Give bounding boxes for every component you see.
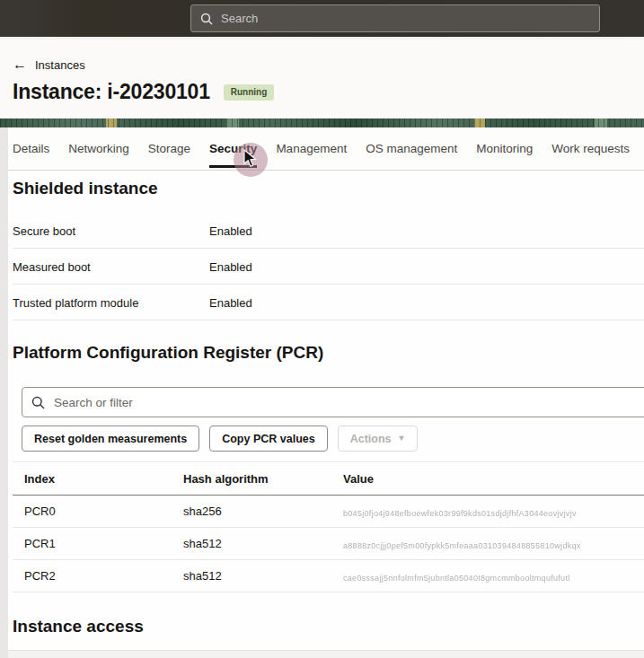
tab-networking[interactable]: Networking <box>68 127 129 170</box>
shielded-instance-heading: Shielded instance <box>13 179 158 198</box>
reset-golden-measurements-button[interactable]: Reset golden measurements <box>22 426 199 452</box>
pcr-filter-input[interactable] <box>54 396 643 409</box>
actions-label: Actions <box>350 433 392 445</box>
pcr0-index: PCR0 <box>13 504 183 518</box>
divider <box>13 284 644 285</box>
col-header-index: Index <box>13 472 183 486</box>
tab-details[interactable]: Details <box>13 127 49 170</box>
tab-os-management[interactable]: OS management <box>366 127 457 170</box>
pcr-table: Index Hash algorithm Value PCR0 sha256 b… <box>13 461 644 592</box>
page-title: Instance: i-20230101 <box>13 80 210 104</box>
decorative-banner <box>0 118 644 127</box>
tab-storage[interactable]: Storage <box>148 127 190 170</box>
search-icon <box>31 396 45 409</box>
title-row: Instance: i-20230101 Running <box>13 80 274 104</box>
tab-security[interactable]: Security <box>209 127 257 170</box>
pcr-filter-box[interactable] <box>22 387 644 417</box>
pcr1-hash-algorithm: sha512 <box>183 537 343 550</box>
table-header-row: Index Hash algorithm Value <box>13 462 644 496</box>
col-header-value: Value <box>343 472 644 486</box>
pcr-heading: Platform Configuration Register (PCR) <box>13 343 323 363</box>
measured-boot-value: Enabled <box>209 260 252 274</box>
tab-management[interactable]: Management <box>276 127 347 170</box>
secure-boot-value: Enabled <box>209 224 252 238</box>
pcr2-value: cae0sssajj5nnfolmfm5jubntla05040t8gmcmmb… <box>343 574 570 583</box>
global-topbar <box>0 0 644 37</box>
global-search-box[interactable] <box>190 4 600 32</box>
divider <box>13 248 644 249</box>
instance-access-heading: Instance access <box>13 617 144 636</box>
page-header: ← Instances Instance: i-20230101 Running <box>0 37 644 118</box>
pcr1-value: a8888z0cjjj0pef5m00fypkk5mfeaaa031039484… <box>343 541 581 550</box>
content-area: Shielded instance Secure boot Enabled Me… <box>0 171 644 658</box>
instance-security-page: ← Instances Instance: i-20230101 Running… <box>0 0 644 658</box>
pcr2-hash-algorithm: sha512 <box>183 569 343 583</box>
tab-work-requests[interactable]: Work requests <box>551 127 630 170</box>
back-arrow-icon[interactable]: ← <box>13 57 27 72</box>
copy-pcr-values-button[interactable]: Copy PCR values <box>209 426 328 452</box>
pcr-actions-row: Reset golden measurements Copy PCR value… <box>22 426 418 452</box>
breadcrumb-instances[interactable]: ← Instances <box>13 57 85 72</box>
col-header-hash-algorithm: Hash algorithm <box>183 472 343 486</box>
global-search-input[interactable] <box>221 12 590 25</box>
tpm-label: Trusted platform module <box>13 296 138 310</box>
measured-boot-label: Measured boot <box>13 260 91 274</box>
actions-dropdown-button[interactable]: Actions ▼ <box>338 426 419 452</box>
page-left-gutter <box>0 127 8 658</box>
secure-boot-label: Secure boot <box>13 224 75 238</box>
status-badge: Running <box>224 84 275 101</box>
divider <box>13 320 644 320</box>
table-row: PCR0 sha256 b045j0fjo4j948efboewfek03r99… <box>13 496 644 528</box>
table-row: PCR2 sha512 cae0sssajj5nnfolmfm5jubntla0… <box>13 560 644 592</box>
pcr0-hash-algorithm: sha256 <box>183 504 343 518</box>
search-icon <box>200 13 213 25</box>
tab-monitoring[interactable]: Monitoring <box>476 127 533 170</box>
pcr0-value: b045j0fjo4j948efboewfek03r99f9kds01sdjdj… <box>343 509 577 518</box>
pcr1-index: PCR1 <box>13 537 183 550</box>
tab-bar: Details Networking Storage Security Mana… <box>0 127 644 171</box>
pcr2-index: PCR2 <box>13 569 183 583</box>
chevron-down-icon: ▼ <box>398 434 406 443</box>
next-section-panel-edge <box>8 650 644 658</box>
breadcrumb-label[interactable]: Instances <box>35 58 85 72</box>
tpm-value: Enabled <box>209 296 252 310</box>
table-row: PCR1 sha512 a8888z0cjjj0pef5m00fypkk5mfe… <box>13 528 644 560</box>
